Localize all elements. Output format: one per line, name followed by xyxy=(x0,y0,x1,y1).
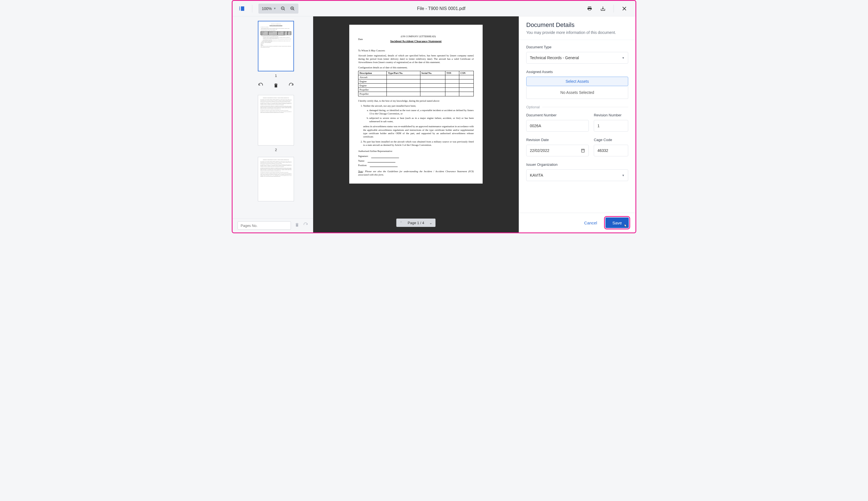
pdf-toolbar: 100% ▼ File - T900 NIS 0001.pdf xyxy=(233,1,635,17)
download-button[interactable] xyxy=(597,3,608,14)
calendar-icon xyxy=(581,148,585,153)
config-table: Description Type/Part No. Serial No. TSN… xyxy=(358,71,474,96)
doc-date-label: Date xyxy=(358,38,363,41)
rotate-left-button[interactable] xyxy=(258,83,263,89)
zoom-select[interactable]: 100% ▼ xyxy=(260,7,278,11)
page-navigator[interactable]: ⌃ Page 1 / 4 ⌄ xyxy=(396,218,435,227)
print-button[interactable] xyxy=(584,3,595,14)
svg-rect-2 xyxy=(239,9,240,10)
rotate-icon[interactable] xyxy=(303,222,308,228)
rev-number-input[interactable] xyxy=(594,120,628,132)
details-title: Document Details xyxy=(526,21,628,29)
rev-date-label: Revision Date xyxy=(526,138,589,142)
chevron-down-icon[interactable]: ⌄ xyxy=(429,221,432,225)
cancel-button[interactable]: Cancel xyxy=(581,218,600,227)
details-subtitle: You may provide more information of this… xyxy=(526,30,628,35)
thumbnail-page-3[interactable]: Guidelines for understanding the Inciden… xyxy=(258,157,294,201)
thumbnail-toggle[interactable] xyxy=(238,5,246,12)
optional-divider: Optional xyxy=(526,105,628,109)
cage-code-label: Cage Code xyxy=(594,138,628,142)
svg-rect-0 xyxy=(239,7,240,8)
pager-label: Page 1 / 4 xyxy=(407,221,424,225)
pdf-viewer: Date (ON COMPANY LETTERHEAD) Incident/Ac… xyxy=(313,17,519,233)
thumbnail-actions xyxy=(244,83,308,89)
thumbnail-item[interactable]: Guidelines for understanding the Inciden… xyxy=(244,157,308,201)
thumbnail-label: 2 xyxy=(244,148,308,152)
chevron-down-icon: ▼ xyxy=(622,56,625,60)
zoom-in-button[interactable] xyxy=(288,4,297,13)
doc-type-label: Document Type xyxy=(526,45,628,49)
pages-number-input[interactable] xyxy=(237,221,291,230)
assets-empty-state: No Assets Selected xyxy=(526,86,628,99)
doc-salutation: To Whom It May Concern: xyxy=(358,49,474,52)
rev-date-input[interactable]: 22/02/2022 xyxy=(526,145,589,156)
select-assets-button[interactable]: Select Assets xyxy=(526,77,628,86)
thumbnail-item[interactable]: (ON COMPANY LETTERHEAD) Incident/Acciden… xyxy=(244,21,308,78)
doc-type-value: Technical Records - General xyxy=(530,55,579,60)
thumbnail-page-1[interactable]: (ON COMPANY LETTERHEAD) Incident/Acciden… xyxy=(258,21,294,71)
zoom-out-button[interactable] xyxy=(279,4,287,13)
main-area: (ON COMPANY LETTERHEAD) Incident/Acciden… xyxy=(233,17,635,233)
thumbnail-label: 1 xyxy=(244,74,308,78)
delete-page-button[interactable] xyxy=(273,83,278,89)
doc-number-label: Document Number xyxy=(526,113,589,117)
svg-line-8 xyxy=(293,9,294,10)
svg-rect-1 xyxy=(239,8,240,9)
thumbnail-page-2[interactable]: Guidelines for understanding the Inciden… xyxy=(258,95,294,146)
issuer-label: Issuer Organization xyxy=(526,162,628,167)
thumbnail-panel: (ON COMPANY LETTERHEAD) Incident/Acciden… xyxy=(233,17,313,233)
details-footer: Cancel Save xyxy=(519,213,635,233)
zoom-value: 100% xyxy=(262,7,272,11)
thumbnail-footer xyxy=(233,218,313,233)
chevron-down-icon: ▼ xyxy=(622,174,625,177)
rev-number-label: Revision Number xyxy=(594,113,628,117)
svg-rect-3 xyxy=(241,7,244,11)
cursor-icon xyxy=(624,224,628,227)
svg-line-5 xyxy=(284,9,285,10)
details-panel: Document Details You may provide more in… xyxy=(519,17,635,233)
divider xyxy=(252,5,252,12)
delete-icon[interactable] xyxy=(295,222,299,228)
details-header: Document Details You may provide more in… xyxy=(519,17,635,40)
rotate-right-button[interactable] xyxy=(288,83,294,89)
zoom-controls: 100% ▼ xyxy=(258,3,298,14)
close-button[interactable] xyxy=(619,3,630,14)
cage-code-input[interactable] xyxy=(594,145,628,156)
issuer-select[interactable]: KAVITA ▼ xyxy=(526,169,628,181)
doc-para: Aircraft [enter registration], details o… xyxy=(358,54,474,64)
rep-heading: Authorised Airline Representative xyxy=(358,149,474,153)
doc-letterhead: (ON COMPANY LETTERHEAD) xyxy=(358,35,474,38)
pdf-page: Date (ON COMPANY LETTERHEAD) Incident/Ac… xyxy=(349,25,483,183)
thumbnail-item[interactable]: Guidelines for understanding the Inciden… xyxy=(244,95,308,152)
doc-config-line: Configuration details as of date of this… xyxy=(358,66,474,69)
doc-title: Incident/Accident Clearance Statement xyxy=(358,39,474,43)
chevron-down-icon: ▼ xyxy=(273,7,276,10)
doc-certify: I hereby certify that, to the best of my… xyxy=(358,99,474,103)
doc-type-select[interactable]: Technical Records - General ▼ xyxy=(526,52,628,64)
doc-number-input[interactable] xyxy=(526,120,589,132)
app-window: 100% ▼ File - T900 NIS 0001.pdf xyxy=(232,0,636,233)
issuer-value: KAVITA xyxy=(530,173,543,178)
save-button[interactable]: Save xyxy=(605,217,629,228)
file-title: File - T900 NIS 0001.pdf xyxy=(298,6,584,11)
assets-label: Assigned Assets xyxy=(526,70,628,74)
chevron-up-icon[interactable]: ⌃ xyxy=(400,221,403,225)
